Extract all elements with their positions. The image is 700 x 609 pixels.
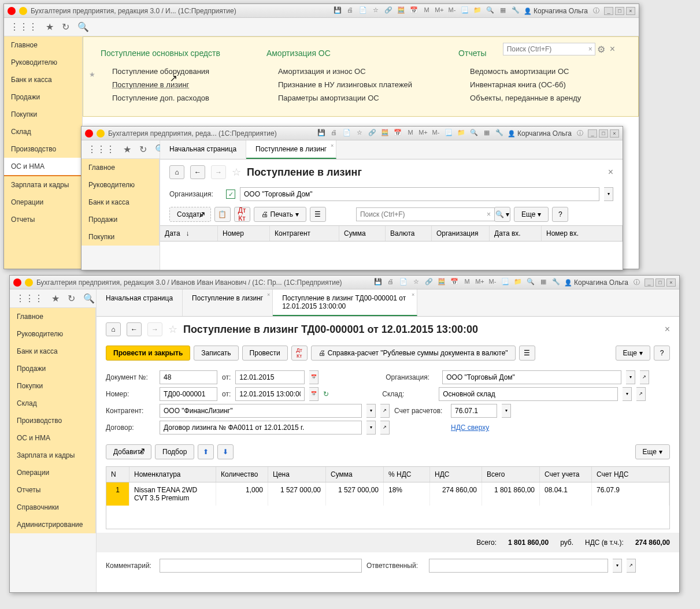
save-icon[interactable]: 💾 [333, 6, 342, 16]
open-icon[interactable]: ↗ [636, 387, 646, 401]
sidebar-item[interactable]: Руководителю [10, 325, 95, 343]
menu-link[interactable]: Поступление оборудования [101, 65, 220, 78]
dropdown-icon[interactable]: ▾ [613, 559, 622, 573]
dropdown-icon[interactable]: ▾ [604, 187, 613, 201]
num-input[interactable] [160, 387, 217, 401]
menu-link[interactable]: Параметры амортизации ОС [266, 91, 412, 105]
folder-icon[interactable]: 📁 [513, 278, 523, 287]
post-button[interactable]: Провести [242, 346, 288, 361]
sidebar-item[interactable]: Главное [4, 36, 82, 54]
agr-input[interactable] [160, 421, 362, 435]
sidebar-item[interactable]: Производство [4, 140, 82, 158]
col[interactable]: Номер вх. [542, 226, 623, 241]
menu-link[interactable]: Ведомость амортизации ОС [458, 65, 581, 78]
sidebar-item[interactable]: Продажи [4, 88, 82, 106]
mem-m[interactable]: M [462, 278, 472, 287]
post-close-button[interactable]: Провести и закрыть [106, 346, 190, 361]
info-icon[interactable]: ⓘ [575, 129, 584, 138]
doc-icon[interactable]: 📄 [358, 6, 368, 16]
tab-active[interactable]: Поступление в лизинг× [246, 140, 336, 159]
open-icon[interactable]: ↗ [640, 370, 649, 384]
tab-close-icon[interactable]: × [267, 292, 270, 298]
org-input[interactable] [240, 187, 599, 201]
print-button[interactable]: 🖨 Печать ▾ [254, 207, 306, 222]
mem-mm[interactable]: M- [431, 129, 440, 138]
maximize-button[interactable]: □ [615, 7, 624, 15]
layout-icon[interactable]: ▦ [482, 129, 491, 138]
close-button[interactable]: × [610, 129, 619, 138]
tab-close-icon[interactable]: × [331, 143, 334, 148]
mem-mm[interactable]: M- [447, 6, 457, 16]
org-input[interactable] [442, 370, 621, 384]
sidebar-item[interactable]: Производство [10, 412, 95, 429]
search-icon[interactable]: 🔍 [469, 129, 479, 138]
favorite-icon[interactable]: ★ [51, 293, 60, 304]
close-icon[interactable]: × [610, 44, 615, 54]
table-row[interactable]: 1 Nissan TEANA 2WD CVT 3.5 Premium 1,000… [106, 482, 669, 506]
resp-input[interactable] [429, 559, 608, 573]
clear-icon[interactable]: × [487, 210, 491, 218]
link-icon[interactable]: 🔗 [368, 129, 377, 138]
print-icon[interactable]: 🖨 [346, 6, 355, 16]
col[interactable]: N [106, 467, 129, 482]
dropdown-icon[interactable]: ▾ [366, 404, 376, 418]
add-button[interactable]: Добавить [106, 444, 151, 459]
close-button[interactable]: × [666, 278, 676, 287]
tab[interactable]: Начальная страница [160, 140, 246, 159]
create-button[interactable]: Создать [169, 207, 211, 222]
tab-active[interactable]: Поступление в лизинг ТД00-000001 от 12.0… [273, 289, 417, 316]
page-close-icon[interactable]: × [608, 167, 613, 177]
link-icon[interactable]: 🔗 [424, 278, 434, 287]
sidebar-item[interactable]: Руководителю [82, 176, 159, 194]
more-button[interactable]: Еще ▾ [635, 444, 670, 459]
open-icon[interactable]: ↗ [380, 421, 390, 435]
help-button[interactable]: ? [552, 207, 568, 222]
home-button[interactable]: ⌂ [169, 165, 184, 179]
report-button[interactable]: 🖨 Справка-расчет "Рублевые суммы докумен… [311, 346, 516, 361]
info-icon[interactable]: ⓘ [591, 6, 601, 16]
col[interactable]: Сумма [326, 467, 384, 482]
sidebar-item[interactable]: Главное [82, 159, 159, 176]
col[interactable]: Сумма [339, 226, 386, 241]
open-icon[interactable]: ↗ [627, 559, 636, 573]
comment-input[interactable] [160, 559, 362, 573]
maximize-button[interactable]: □ [599, 129, 608, 138]
col[interactable]: Номенклатура [129, 467, 216, 482]
doc-no-input[interactable] [160, 370, 217, 384]
apps-icon[interactable]: ⋮⋮⋮ [87, 144, 115, 155]
col[interactable]: Счет НДС [592, 467, 669, 482]
pick-button[interactable]: Подбор [155, 444, 194, 459]
back-button[interactable]: ← [127, 322, 142, 336]
maximize-button[interactable]: □ [655, 278, 665, 287]
col[interactable]: Дата ↓ [160, 226, 218, 241]
sidebar-item[interactable]: Банк и касса [82, 194, 159, 211]
favorite-icon[interactable]: ★ [46, 21, 54, 32]
dtdt-button[interactable]: ДтКт [291, 346, 308, 361]
info-icon[interactable]: ⓘ [632, 278, 641, 287]
sidebar-item-active[interactable]: ОС и НМА [4, 158, 82, 176]
dropdown-icon[interactable]: ▾ [502, 404, 511, 418]
sidebar-item[interactable]: Склад [4, 123, 82, 140]
acc-input[interactable] [451, 404, 497, 418]
col[interactable]: НДС [430, 467, 482, 482]
print-icon[interactable]: 🖨 [329, 129, 339, 138]
sidebar-item[interactable]: Банк и касса [10, 343, 95, 360]
search-icon[interactable]: 🔍 [526, 278, 535, 287]
sidebar-item[interactable]: Отчеты [10, 481, 95, 499]
forward-button[interactable]: → [211, 165, 226, 179]
layout-icon[interactable]: ▦ [539, 278, 548, 287]
dtdt-button[interactable]: ДтКт [234, 207, 250, 222]
mem-m[interactable]: M [422, 6, 431, 16]
search-icon[interactable]: 🔍 [486, 6, 495, 16]
calc-icon[interactable]: 🧮 [397, 6, 406, 16]
refresh-icon[interactable]: ↻ [323, 390, 329, 398]
star-icon[interactable]: ☆ [412, 278, 421, 287]
col[interactable]: Валюта [386, 226, 432, 241]
sidebar-item[interactable]: Отчеты [4, 211, 82, 228]
wrench-icon[interactable]: 🔧 [511, 6, 520, 16]
page-close-icon[interactable]: × [665, 324, 670, 335]
cal-icon[interactable]: 📅 [450, 278, 459, 287]
star-icon[interactable]: ☆ [371, 6, 380, 16]
copy-button[interactable]: 📋 [214, 207, 231, 222]
history-icon[interactable]: ↻ [68, 293, 75, 304]
